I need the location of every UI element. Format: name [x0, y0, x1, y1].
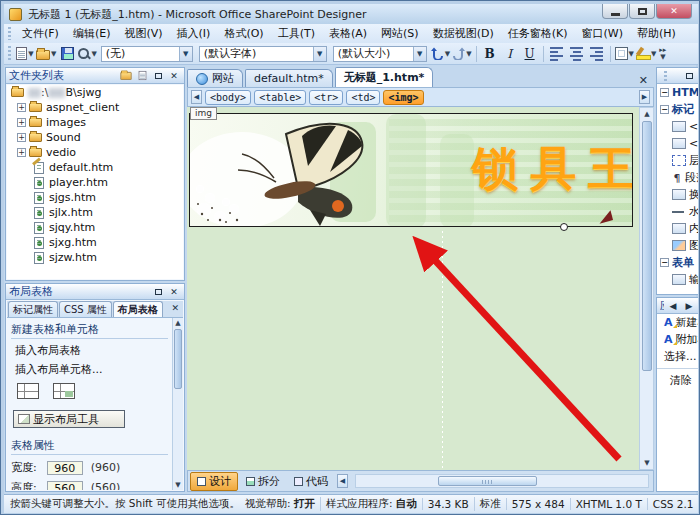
toolbox-item-paragraph[interactable]: ¶段落 [657, 169, 698, 186]
width-input[interactable]: 960 [47, 461, 83, 475]
scroll-down-arrow[interactable]: ▼ [173, 480, 183, 490]
underline-button[interactable]: U [521, 45, 539, 62]
maximize-button[interactable] [629, 4, 655, 19]
borders-button[interactable]: ▼ [615, 45, 634, 62]
toolbar-grip[interactable] [8, 27, 11, 40]
tab-layout-tables[interactable]: 布局表格 [113, 301, 163, 317]
align-right-button[interactable] [588, 45, 606, 62]
dimensions-status[interactable]: 575 x 484 [506, 498, 570, 510]
attach-stylesheet-link[interactable]: A附加样式表 [657, 331, 698, 348]
toolbox-item-layer[interactable]: 层 [657, 152, 698, 169]
toolbar-overflow-button[interactable]: ▸▸▼ [659, 47, 666, 61]
tabs-close-button[interactable]: ✕ [167, 301, 183, 317]
tag-img-selected[interactable]: <img> [383, 90, 423, 105]
tree-file[interactable]: default.htm [7, 160, 183, 175]
tag-scroll-right-button[interactable]: ▶ [639, 90, 650, 104]
close-button[interactable]: ✕ [656, 4, 692, 19]
font-combobox[interactable]: (默认字体) ▼ [199, 46, 327, 62]
apply-styles-header[interactable]: 应用样式 ◀ ▶ ✕ [657, 298, 698, 314]
tag-body[interactable]: <body> [205, 90, 251, 105]
toolbox-item-input[interactable]: 输入 [657, 271, 698, 288]
tab-design-view[interactable]: 设计 [190, 472, 238, 491]
folder-list-header[interactable]: 文件夹列表 ✕ [6, 68, 184, 84]
tree-file[interactable]: sjgs.htm [7, 190, 183, 205]
menu-help[interactable]: 帮助(H) [630, 26, 683, 41]
menu-format[interactable]: 格式(O) [217, 26, 270, 41]
tree-file[interactable]: sjqy.htm [7, 220, 183, 235]
tree-folder[interactable]: +vedio [7, 145, 183, 160]
hscroll-left-button[interactable]: ◀ [337, 474, 348, 488]
menu-site[interactable]: 网站(S) [374, 26, 426, 41]
panel-close-button[interactable]: ✕ [167, 69, 181, 82]
save-button[interactable] [58, 45, 76, 62]
tree-file[interactable]: sjzw.htm [7, 250, 183, 265]
menu-taskpane[interactable]: 任务窗格(K) [501, 26, 575, 41]
align-left-button[interactable] [548, 45, 566, 62]
tab-css-properties[interactable]: CSS 属性 [59, 301, 112, 317]
tab-tag-properties[interactable]: 标记属性 [8, 301, 58, 317]
new-page-button[interactable] [135, 69, 149, 82]
css-schema-status[interactable]: CSS 2.1 [647, 498, 699, 510]
tab-left-arrow[interactable]: ◀ [666, 299, 680, 312]
style-application-status[interactable]: 样式应用程序: 自动 [320, 497, 422, 511]
toolbox-header[interactable]: ✕ [657, 68, 698, 84]
tree-folder[interactable]: +Sound [7, 130, 183, 145]
tag-td[interactable]: <td> [346, 90, 380, 105]
toolbar-grip[interactable] [8, 46, 11, 61]
menu-dataview[interactable]: 数据视图(D) [426, 26, 501, 41]
panel-scrollbar[interactable]: ▲ ▼ [172, 318, 183, 490]
tab-site[interactable]: 网站 [187, 69, 243, 87]
tree-file[interactable]: player.htm [7, 175, 183, 190]
toolbox-item-break[interactable]: 换行符 [657, 186, 698, 203]
style-combobox[interactable]: (无) ▼ [101, 46, 193, 62]
toolbox-group-tags[interactable]: −标记 [657, 101, 698, 118]
new-style-link[interactable]: A新建样式 [657, 314, 698, 331]
toolbox-group-html[interactable]: −HTML [657, 84, 698, 101]
scrollbar-thumb[interactable] [174, 329, 182, 389]
minimize-button[interactable] [602, 4, 628, 19]
toolbox-item-hr[interactable]: 水平线 [657, 203, 698, 220]
tree-file[interactable]: sjxg.htm [7, 235, 183, 250]
tab-split-view[interactable]: 拆分 [240, 473, 286, 490]
panel-maximize-button[interactable] [151, 69, 165, 82]
selection-handle[interactable] [560, 223, 568, 231]
insert-layout-cell-link[interactable]: 插入布局单元格... [15, 362, 164, 377]
redo-button[interactable]: ▼ [452, 45, 471, 62]
scrollbar-thumb[interactable] [438, 476, 537, 486]
expander-icon[interactable]: + [17, 103, 26, 112]
layout-panel-header[interactable]: 布局表格 ✕ [6, 284, 184, 300]
panel-grip[interactable] [664, 71, 667, 81]
doctype-status[interactable]: XHTML 1.0 T [570, 498, 647, 510]
open-button[interactable]: ▼ [36, 45, 56, 62]
menu-view[interactable]: 视图(V) [117, 26, 169, 41]
toolbox-item-image[interactable]: 图像 [657, 237, 698, 254]
insert-layout-table-link[interactable]: 插入布局表格 [15, 343, 164, 358]
scroll-up-arrow[interactable]: ▲ [642, 109, 652, 119]
scroll-up-arrow[interactable]: ▲ [173, 318, 183, 328]
layout-cell-icon[interactable] [53, 383, 75, 399]
tab-default-htm[interactable]: default.htm* [245, 69, 333, 87]
bold-button[interactable]: B [481, 45, 499, 62]
new-document-button[interactable]: ▼ [16, 45, 34, 62]
collapse-icon[interactable]: − [660, 258, 669, 267]
menu-edit[interactable]: 编辑(E) [66, 26, 118, 41]
menu-insert[interactable]: 插入(I) [170, 26, 218, 41]
height-input[interactable]: 560 [47, 481, 83, 491]
tree-folder[interactable]: +aspnet_client [7, 100, 183, 115]
toolbox-item-span[interactable]: <span> [657, 135, 698, 152]
expander-icon[interactable]: + [17, 148, 26, 157]
preview-button[interactable]: ▼ [78, 45, 96, 62]
menu-window[interactable]: 窗口(W) [575, 26, 630, 41]
tree-file[interactable]: sjlx.htm [7, 205, 183, 220]
tab-right-arrow[interactable]: ▶ [682, 299, 696, 312]
scrollbar-thumb[interactable] [642, 121, 652, 371]
clear-styles-item[interactable]: 清除 [657, 372, 698, 389]
tab-untitled-1-htm[interactable]: 无标题_1.htm* [335, 67, 434, 87]
show-layout-tools-button[interactable]: 显示布局工具 [13, 410, 125, 428]
toolbox-group-form[interactable]: −表单 [657, 254, 698, 271]
design-horizontal-scrollbar[interactable] [355, 474, 649, 488]
visual-aids-status[interactable]: 视觉帮助: 打开 [240, 497, 320, 511]
design-view-canvas[interactable]: img [187, 107, 639, 470]
new-folder-button[interactable] [119, 69, 133, 82]
layout-table-icon[interactable] [17, 383, 39, 399]
